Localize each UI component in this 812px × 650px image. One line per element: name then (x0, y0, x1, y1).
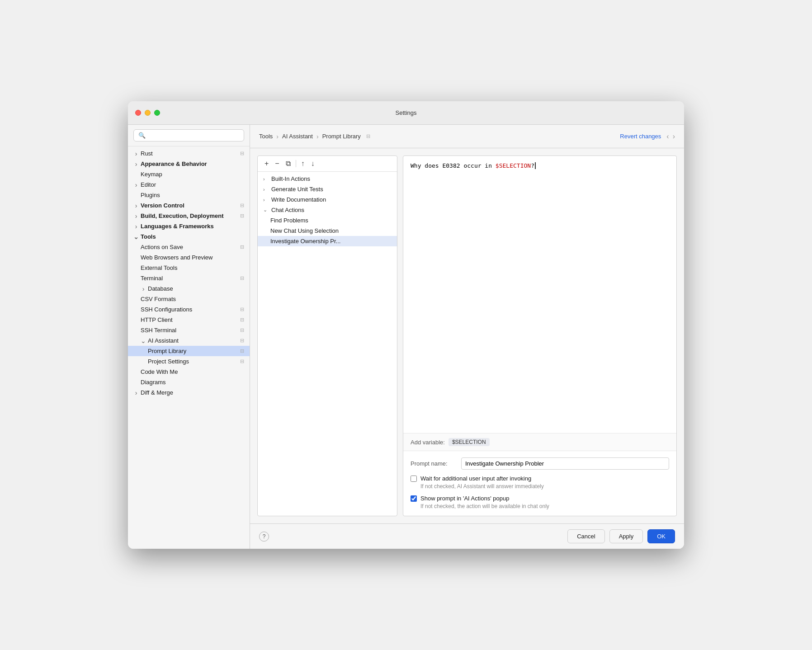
wait-description: If not checked, AI Assistant will answer… (420, 483, 669, 490)
breadcrumb-ai-assistant[interactable]: AI Assistant (282, 133, 313, 140)
sidebar-item-build[interactable]: Build, Execution, Deployment ⊟ (128, 211, 250, 221)
apply-button[interactable]: Apply (609, 529, 643, 543)
minimize-button[interactable] (145, 110, 151, 116)
add-variable-row: Add variable: $SELECTION (403, 433, 676, 451)
sidebar-item-plugins[interactable]: Plugins (128, 190, 250, 200)
breadcrumb-icon: ⊟ (366, 133, 370, 139)
sidebar-item-code-with-me[interactable]: Code With Me (128, 367, 250, 377)
pin-icon: ⊟ (240, 306, 244, 312)
search-input[interactable] (133, 129, 244, 141)
wait-checkbox-label[interactable]: Wait for additional user input after inv… (411, 475, 669, 482)
tree-item-label: New Chat Using Selection (270, 227, 339, 234)
chevron-right-icon: › (263, 187, 270, 192)
sidebar-item-label: Prompt Library (148, 348, 186, 354)
prompt-text-after: ? (531, 162, 534, 169)
tree-item-label: Built-In Actions (271, 175, 310, 182)
breadcrumb: Tools › AI Assistant › Prompt Library ⊟ (259, 133, 370, 140)
tree-item-label: Generate Unit Tests (271, 186, 323, 193)
content-header: Tools › AI Assistant › Prompt Library ⊟ … (250, 125, 684, 148)
remove-prompt-button[interactable]: − (273, 159, 281, 169)
prompt-text-container[interactable]: Why does E0382 occur in $SELECTION? (403, 156, 676, 433)
show-popup-checkbox[interactable] (411, 495, 417, 502)
tree-item-unit-tests[interactable]: › Generate Unit Tests (258, 184, 397, 194)
sidebar-item-ssh-configurations[interactable]: SSH Configurations ⊟ (128, 304, 250, 315)
sidebar-item-label: Code With Me (141, 368, 178, 375)
sidebar-item-diff-merge[interactable]: Diff & Merge (128, 387, 250, 398)
sidebar-item-label: External Tools (141, 264, 177, 271)
sidebar-item-ssh-terminal[interactable]: SSH Terminal ⊟ (128, 325, 250, 335)
show-popup-checkbox-row: Show prompt in 'AI Actions' popup If not… (411, 495, 669, 509)
tree-item-built-in[interactable]: › Built-In Actions (258, 174, 397, 184)
sidebar-item-label: Project Settings (148, 358, 189, 365)
chevron-icon (133, 224, 139, 229)
sidebar-item-http-client[interactable]: HTTP Client ⊟ (128, 315, 250, 325)
sidebar-item-actions-on-save[interactable]: Actions on Save ⊟ (128, 242, 250, 252)
prompt-name-input[interactable] (461, 457, 669, 470)
sidebar-item-label: Web Browsers and Preview (141, 254, 212, 261)
wait-checkbox[interactable] (411, 476, 417, 482)
copy-prompt-button[interactable]: ⧉ (283, 159, 293, 169)
chevron-icon (141, 338, 146, 344)
sidebar-item-database[interactable]: Database (128, 283, 250, 294)
sidebar-item-prompt-library[interactable]: Prompt Library ⊟ (128, 346, 250, 356)
nav-back-button[interactable]: ‹ (666, 132, 669, 141)
pin-icon: ⊟ (240, 151, 244, 156)
pin-icon: ⊟ (240, 327, 244, 333)
sidebar-item-ai-assistant[interactable]: AI Assistant ⊟ (128, 335, 250, 346)
breadcrumb-prompt-library[interactable]: Prompt Library (322, 133, 361, 140)
window-title: Settings (396, 109, 417, 116)
revert-changes-button[interactable]: Revert changes (620, 133, 661, 140)
pin-icon: ⊟ (240, 213, 244, 219)
sidebar-item-csv-formats[interactable]: CSV Formats (128, 294, 250, 304)
ok-button[interactable]: OK (647, 529, 675, 543)
show-popup-description: If not checked, the action will be avail… (420, 503, 669, 509)
sidebar-item-keymap[interactable]: Keymap (128, 169, 250, 179)
settings-window: Settings Rust ⊟ Appearance & Behavior (128, 101, 684, 549)
wait-checkbox-row: Wait for additional user input after inv… (411, 475, 669, 490)
sidebar-item-version-control[interactable]: Version Control ⊟ (128, 200, 250, 211)
tree-item-chat-actions[interactable]: ⌄ Chat Actions (258, 205, 397, 215)
move-up-button[interactable]: ↑ (299, 159, 307, 169)
variable-chip[interactable]: $SELECTION (448, 438, 490, 446)
sidebar-item-tools[interactable]: Tools (128, 231, 250, 242)
sidebar-item-web-browsers[interactable]: Web Browsers and Preview (128, 252, 250, 263)
sidebar-item-appearance[interactable]: Appearance & Behavior (128, 159, 250, 169)
prompt-list-panel: + − ⧉ ↑ ↓ › Built-In Actions › (257, 155, 397, 516)
sidebar-item-diagrams[interactable]: Diagrams (128, 377, 250, 387)
sidebar-item-label: Appearance & Behavior (141, 160, 207, 167)
prompt-toolbar: + − ⧉ ↑ ↓ (258, 156, 397, 172)
prompt-name-row: Prompt name: (411, 457, 669, 470)
tree-item-find-problems[interactable]: Find Problems (258, 215, 397, 226)
sidebar-item-editor[interactable]: Editor (128, 179, 250, 190)
nav-forward-button[interactable]: › (673, 132, 675, 141)
sidebar-item-label: Version Control (141, 202, 184, 209)
sidebar-search-container (128, 125, 250, 146)
sidebar-item-label: Plugins (141, 192, 160, 198)
cancel-button[interactable]: Cancel (567, 529, 604, 543)
sidebar-item-label: SSH Terminal (141, 327, 176, 334)
tree-item-new-chat[interactable]: New Chat Using Selection (258, 226, 397, 236)
sidebar-item-label: Database (148, 285, 173, 292)
show-popup-checkbox-label[interactable]: Show prompt in 'AI Actions' popup (411, 495, 669, 502)
sidebar-item-project-settings[interactable]: Project Settings ⊟ (128, 356, 250, 367)
maximize-button[interactable] (154, 110, 160, 116)
sidebar-item-label: HTTP Client (141, 316, 173, 323)
sidebar-item-label: Actions on Save (141, 244, 183, 250)
prompt-text-before: Why does E0382 occur in (411, 162, 496, 169)
add-prompt-button[interactable]: + (262, 159, 271, 169)
chevron-down-icon: ⌄ (263, 207, 270, 213)
move-down-button[interactable]: ↓ (309, 159, 317, 169)
sidebar-item-languages[interactable]: Languages & Frameworks (128, 221, 250, 231)
tree-item-write-docs[interactable]: › Write Documentation (258, 194, 397, 205)
chevron-right-icon: › (263, 197, 270, 203)
tree-item-label: Chat Actions (271, 207, 304, 213)
sidebar-item-terminal[interactable]: Terminal ⊟ (128, 273, 250, 283)
tree-item-investigate[interactable]: Investigate Ownership Pr... (258, 236, 397, 246)
sidebar-item-external-tools[interactable]: External Tools (128, 263, 250, 273)
help-button[interactable]: ? (259, 532, 269, 542)
chevron-icon (133, 151, 139, 156)
close-button[interactable] (135, 110, 141, 116)
sidebar-item-rust[interactable]: Rust ⊟ (128, 148, 250, 159)
breadcrumb-tools[interactable]: Tools (259, 133, 273, 140)
pin-icon: ⊟ (240, 317, 244, 323)
